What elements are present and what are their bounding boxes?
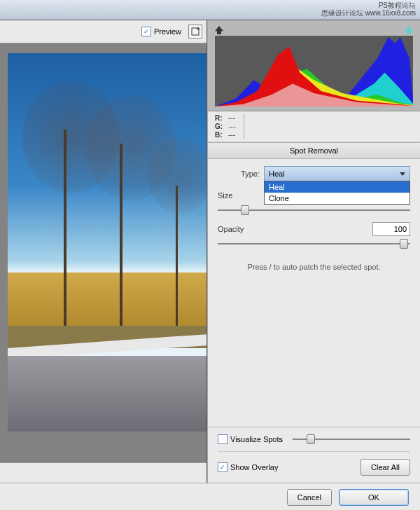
fullscreen-toggle-icon[interactable] [188, 25, 202, 39]
preview-panel: ✓ Preview [0, 20, 207, 483]
panel-title: Spot Removal [208, 142, 420, 159]
dialog-footer: Cancel OK [0, 483, 420, 510]
type-option-clone[interactable]: Clone [265, 193, 410, 204]
check-icon: ✓ [218, 462, 227, 472]
preview-footer [0, 462, 206, 483]
check-icon: ✓ [141, 27, 151, 36]
watermark: PS教程论坛 思缘设计论坛 www.16xx8.com [321, 1, 416, 17]
type-option-heal[interactable]: Heal [265, 181, 410, 193]
preview-label: Preview [154, 27, 181, 36]
rgb-readout: R: --- G: --- B: --- [208, 111, 420, 142]
visualize-spots-slider[interactable] [293, 434, 410, 444]
opacity-input[interactable]: 100 [372, 222, 410, 236]
visualize-spots-checkbox[interactable]: ✓ Visualize Spots [218, 434, 283, 444]
opacity-label: Opacity [218, 225, 253, 233]
ok-button[interactable]: OK [339, 489, 409, 506]
type-dropdown[interactable]: Heal Heal Clone [264, 166, 410, 181]
window-titlebar: PS教程论坛 思缘设计论坛 www.16xx8.com [0, 0, 420, 20]
show-overlay-label: Show Overlay [230, 463, 278, 471]
shadow-clip-icon[interactable] [215, 26, 223, 34]
hint-text: Press / to auto patch the selected spot. [218, 263, 410, 271]
type-selected: Heal [269, 170, 285, 178]
size-slider[interactable] [218, 205, 410, 215]
settings-panel: R: --- G: --- B: --- Spot Removal Type: … [207, 20, 420, 483]
histogram[interactable] [208, 20, 420, 111]
show-overlay-checkbox[interactable]: ✓ Show Overlay [218, 462, 278, 472]
preview-image-area[interactable] [0, 53, 206, 462]
preview-checkbox[interactable]: ✓ Preview [141, 27, 181, 36]
histogram-plot [215, 36, 413, 106]
checkbox-icon: ✓ [218, 434, 227, 444]
highlight-clip-icon[interactable] [405, 26, 413, 34]
size-label: Size [218, 191, 246, 200]
chevron-down-icon [400, 172, 405, 176]
cancel-button[interactable]: Cancel [287, 489, 332, 506]
preview-toolbar: ✓ Preview [0, 20, 206, 43]
opacity-slider[interactable] [218, 239, 410, 249]
type-dropdown-list: Heal Clone [264, 181, 410, 205]
type-label: Type: [218, 170, 260, 178]
preview-image [8, 53, 206, 432]
visualize-spots-label: Visualize Spots [230, 435, 283, 443]
clear-all-button[interactable]: Clear All [360, 459, 410, 476]
